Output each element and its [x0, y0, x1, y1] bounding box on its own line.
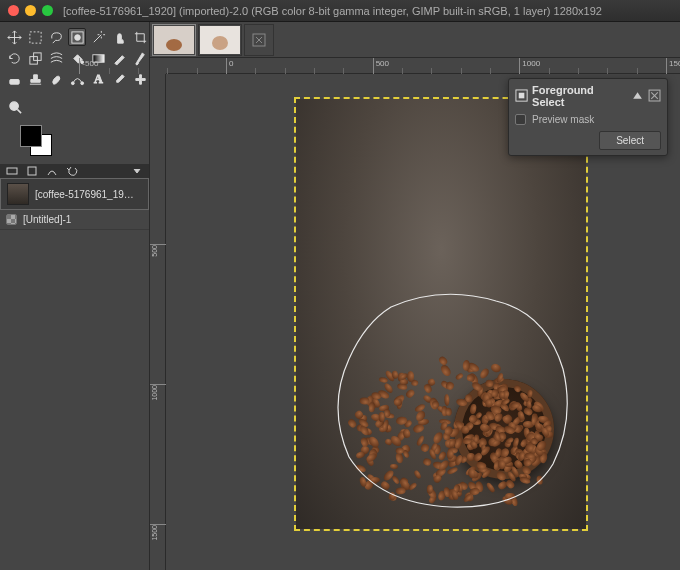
horizontal-ruler[interactable]: -500050010001500	[166, 58, 680, 74]
free-select-tool[interactable]	[47, 28, 65, 46]
dock-left: A [coffee-5176961_1920] (imported[Untitl…	[0, 22, 150, 570]
move-tool[interactable]	[5, 28, 23, 46]
ruler-tick-label: 1000	[151, 385, 158, 401]
images-panel: [coffee-5176961_1920] (imported[Untitled…	[0, 178, 149, 570]
ruler-tick-label: 0	[229, 59, 233, 68]
eraser-tool[interactable]	[5, 70, 23, 88]
by-color-select-tool[interactable]	[110, 28, 128, 46]
foreground-select-dialog[interactable]: Foreground Select Preview mask	[508, 78, 668, 156]
preview-mask-checkbox[interactable]	[515, 114, 526, 125]
layers-dock-tab[interactable]	[4, 165, 20, 177]
toolbox: A	[0, 22, 149, 94]
paintbrush-tool[interactable]	[131, 49, 149, 67]
svg-point-2	[74, 34, 80, 40]
svg-point-11	[9, 101, 17, 109]
rotate-tool[interactable]	[5, 49, 23, 67]
svg-point-9	[80, 81, 83, 84]
image-list-item[interactable]: [Untitled]-1	[0, 210, 149, 230]
window-minimize-button[interactable]	[25, 5, 36, 16]
color-swatches[interactable]	[0, 120, 149, 164]
image-list-item[interactable]: [coffee-5176961_1920] (imported	[0, 178, 149, 210]
zoom-tool[interactable]	[6, 98, 24, 116]
heal-tool[interactable]	[131, 70, 149, 88]
dialog-title: Foreground Select	[532, 84, 623, 108]
window-titlebar: [coffee-5176961_1920] (imported)-2.0 (RG…	[0, 0, 680, 22]
dialog-collapse-button[interactable]	[631, 89, 644, 103]
window-title: [coffee-5176961_1920] (imported)-2.0 (RG…	[63, 5, 602, 17]
pencil-tool[interactable]	[110, 49, 128, 67]
undo-dock-tab[interactable]	[64, 165, 80, 177]
svg-point-16	[166, 39, 182, 51]
text-tool[interactable]: A	[89, 70, 107, 88]
image-label: [coffee-5176961_1920] (imported	[35, 189, 135, 200]
image-label: [Untitled]-1	[23, 214, 71, 225]
svg-point-18	[212, 36, 228, 50]
image-tab-untitled[interactable]	[198, 24, 242, 56]
path-tool[interactable]	[68, 70, 86, 88]
rect-select-tool[interactable]	[26, 28, 44, 46]
svg-rect-14	[28, 167, 36, 175]
smudge-tool[interactable]	[47, 70, 65, 88]
image-tab-strip	[150, 22, 680, 58]
ruler-tick-label: 1500	[151, 525, 158, 541]
dock-tab-strip	[0, 164, 149, 178]
ruler-tick-label: 500	[376, 59, 389, 68]
dock-menu-button[interactable]	[129, 165, 145, 177]
dialog-icon	[515, 89, 528, 103]
select-button[interactable]: Select	[599, 131, 661, 150]
warp-tool[interactable]	[47, 49, 65, 67]
svg-rect-7	[9, 79, 18, 84]
canvas-area: -500050010001500 50010001500	[150, 22, 680, 570]
ruler-tick-label: 1000	[522, 59, 540, 68]
crop-tool[interactable]	[131, 28, 149, 46]
svg-rect-23	[519, 93, 525, 99]
preview-mask-label: Preview mask	[532, 114, 594, 125]
vertical-ruler[interactable]: 50010001500	[150, 74, 166, 570]
canvas-image	[296, 99, 586, 529]
scale-tool[interactable]	[26, 49, 44, 67]
color-picker-tool[interactable]	[110, 70, 128, 88]
image-thumbnail	[6, 214, 17, 225]
clone-tool[interactable]	[26, 70, 44, 88]
svg-rect-13	[7, 168, 17, 174]
svg-line-12	[17, 109, 21, 113]
image-thumbnail	[7, 183, 29, 205]
window-close-button[interactable]	[8, 5, 19, 16]
svg-point-8	[71, 81, 74, 84]
channels-dock-tab[interactable]	[24, 165, 40, 177]
fuzzy-select-tool[interactable]	[89, 28, 107, 46]
ruler-tick-label: 1500	[669, 59, 680, 68]
window-zoom-button[interactable]	[42, 5, 53, 16]
image-tab-coffee[interactable]	[152, 24, 196, 56]
ruler-tick-label: -500	[82, 59, 98, 68]
dialog-close-button[interactable]	[648, 89, 661, 103]
foreground-select-tool[interactable]	[68, 28, 86, 46]
svg-rect-0	[29, 31, 40, 42]
foreground-color-swatch[interactable]	[20, 125, 42, 147]
canvas-viewport[interactable]: Foreground Select Preview mask	[166, 74, 680, 570]
ruler-tick-label: 500	[151, 245, 158, 257]
image-tab-close[interactable]	[244, 24, 274, 56]
paths-dock-tab[interactable]	[44, 165, 60, 177]
svg-text:A: A	[94, 72, 103, 86]
